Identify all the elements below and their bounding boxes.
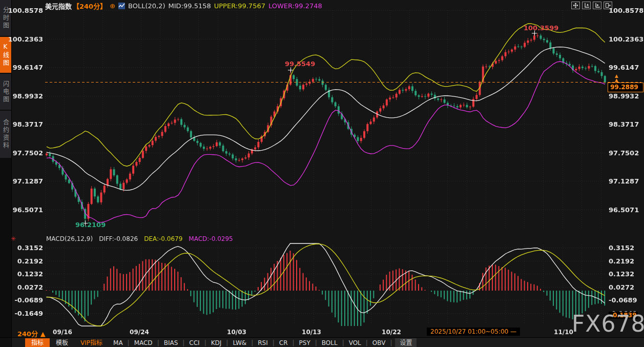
sidebar-tab-0[interactable]: 分时图	[0, 0, 11, 36]
toolbar-item-MA[interactable]: MA	[109, 338, 128, 347]
axis-label: 98.3717	[609, 120, 639, 128]
indicator-name: BOLL(20,2)	[128, 2, 165, 10]
toolbar-item-LW&[interactable]: LW&	[228, 338, 251, 347]
axis-label: 97.7502	[13, 149, 43, 156]
candlestick-chart-canvas[interactable]	[0, 0, 644, 347]
toolbar-item-RSI[interactable]: RSI	[253, 338, 273, 347]
axis-label: 100.2363	[609, 35, 643, 43]
current-price-tag: 99.2889	[608, 83, 643, 92]
swing-low-annotation: 96.2109	[75, 221, 106, 229]
axis-label: 97.1287	[609, 177, 639, 185]
axis-label: 98.9932	[609, 92, 639, 99]
x-axis-date-label: 10/22	[382, 329, 401, 336]
macd-diff-value: DIFF:-0.0826	[99, 235, 138, 242]
x-axis-date-label: 09/16	[53, 329, 72, 336]
axis-label: 99.6147	[13, 64, 43, 71]
chart-header: 美元指数 【240分】 ⊕ BOLL(20,2) MID:99.5158 UPP…	[45, 2, 322, 10]
axis-label: 98.9932	[13, 92, 43, 99]
axis-label: 0.3152	[17, 244, 43, 252]
toolbar-item-PSY[interactable]: PSY	[295, 338, 315, 347]
axis-zoom-vertical-icon[interactable]	[582, 2, 591, 9]
price-arrow-icon: ▲▲	[615, 74, 618, 82]
axis-label: 100.8578	[8, 7, 43, 14]
toolbar-item-BIAS[interactable]: BIAS	[159, 338, 183, 347]
axis-zoom-horizontal-icon[interactable]	[593, 2, 601, 9]
axis-label: 99.6147	[609, 64, 639, 71]
crosshair-date-tooltip: 2025/10/27 01:00~05:00 —	[427, 328, 520, 336]
toolbar-corner-block	[0, 338, 12, 347]
axis-label: -0.0689	[609, 296, 637, 304]
axis-label: 0.0272	[17, 283, 43, 291]
macd-settings-icon[interactable]: ✳	[11, 235, 16, 242]
axis-label: 0.3152	[609, 244, 634, 252]
axis-label: 0.1232	[17, 270, 43, 278]
toolbar-item-KDJ[interactable]: KDJ	[206, 338, 226, 347]
toolbar-item-OBV[interactable]: OBV	[368, 338, 390, 347]
toolbar-item-BOLL[interactable]: BOLL	[317, 338, 342, 347]
move-tool-icon[interactable]	[571, 2, 580, 9]
candle-chart-icon	[118, 3, 125, 9]
toolbar-item-MACD[interactable]: MACD	[130, 338, 157, 347]
axis-label: 96.5071	[609, 206, 639, 213]
toolbar-item-CCI[interactable]: CCI	[184, 338, 204, 347]
boll-upper-value: UPPER:99.7567	[214, 2, 265, 10]
x-axis-date-label: 10/13	[302, 329, 321, 336]
add-indicator-icon[interactable]: ⊕	[110, 2, 115, 10]
axis-label: 98.3717	[13, 120, 43, 128]
sidebar-tab-2[interactable]: 闪电图	[0, 74, 11, 110]
axis-label: 0.2192	[17, 257, 43, 264]
toolbar-item-CR[interactable]: CR	[275, 338, 293, 347]
toolbar-separator: |	[390, 338, 392, 347]
x-axis-date-label: 11/10	[554, 329, 573, 336]
axis-label: 96.5071	[13, 206, 43, 213]
toolbar-item-指标[interactable]: 指标	[25, 338, 50, 347]
axis-label: 100.2363	[8, 35, 43, 43]
macd-title: MACD(26,12,9)	[46, 235, 93, 242]
axis-label: -0.0689	[14, 296, 43, 304]
toolbar-item-设置[interactable]: 设置	[395, 338, 417, 347]
left-sidebar: 分时图K线图闪电图合约资料	[0, 0, 12, 347]
indicator-toolbar: 指标模板VIP指标MA|MACD|BIAS|CCI|KDJ|LW&|RSI|CR…	[0, 337, 644, 347]
chart-toolbar-icons	[571, 2, 612, 9]
macd-dea-value: DEA:-0.0679	[144, 235, 182, 242]
toolbar-item-模板[interactable]: 模板	[50, 338, 74, 347]
axis-label: -0.1649	[14, 309, 43, 317]
symbol-name: 美元指数	[45, 1, 72, 11]
axis-label: 0.2192	[609, 257, 634, 264]
boll-mid-value: MID:99.5158	[169, 2, 211, 10]
peak-annotation: 100.3599	[524, 24, 558, 32]
axis-label: 97.1287	[13, 177, 43, 185]
macd-macd-value: MACD:-0.0295	[189, 235, 233, 242]
axis-label: 0.1232	[609, 270, 634, 278]
watermark: FX678	[572, 311, 644, 337]
toolbar-item-VOL[interactable]: VOL	[344, 338, 366, 347]
axis-label: 0.0272	[609, 283, 634, 291]
axis-label: 100.8578	[609, 7, 643, 14]
sidebar-tab-3[interactable]: 合约资料	[0, 111, 11, 158]
toolbar-item-VIP指标[interactable]: VIP指标	[74, 338, 109, 347]
macd-header: MACD(26,12,9) DIFF:-0.0826 DEA:-0.0679 M…	[46, 235, 233, 242]
x-axis-date-label: 10/03	[227, 329, 246, 336]
boll-lower-value: LOWER:99.2748	[268, 2, 322, 10]
axis-label: 97.7502	[609, 149, 639, 156]
swing-high-annotation: 99.5549	[285, 60, 315, 68]
timeframe-label[interactable]: 【240分】	[73, 1, 107, 11]
x-axis-date-label: 09/24	[130, 329, 149, 336]
